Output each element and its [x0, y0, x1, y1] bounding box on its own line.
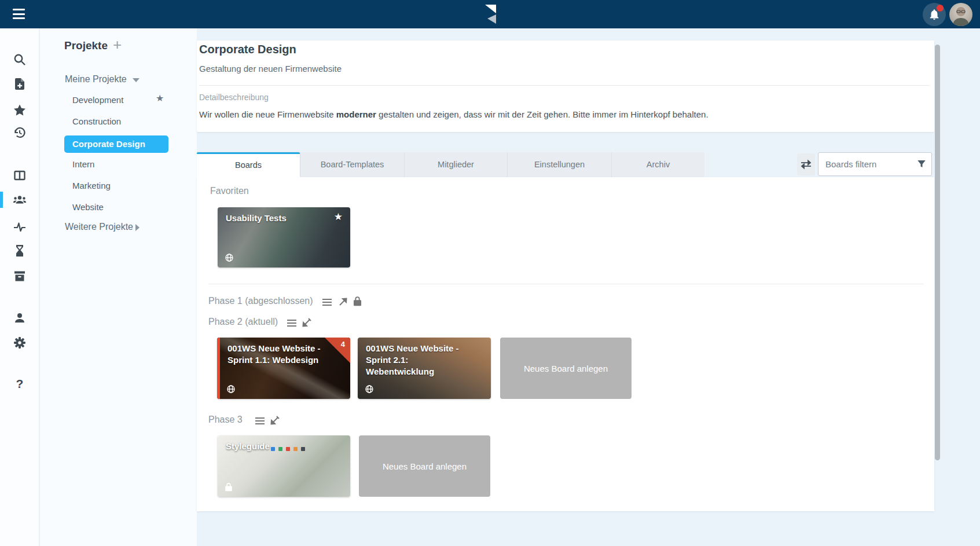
boards-filter-field: [818, 152, 932, 176]
detail-description-label: Detailbeschreibung: [199, 93, 269, 102]
tab-boards[interactable]: Boards: [197, 152, 300, 177]
favorite-star-icon[interactable]: ★: [334, 211, 343, 223]
phase2-collapse-icon[interactable]: [302, 318, 311, 328]
new-board-button-phase3[interactable]: Neues Board anlegen: [359, 435, 490, 497]
public-globe-icon: [226, 384, 236, 394]
rail-active-indicator: [0, 192, 3, 208]
sidebar-item-development[interactable]: Development: [72, 95, 123, 105]
top-bar: [0, 0, 980, 28]
tab-einstellungen[interactable]: Einstellungen: [507, 152, 611, 177]
phase1-lock-icon: [353, 296, 362, 306]
description-part: gestalten und zeigen, dass wir mit der Z…: [376, 109, 709, 119]
section-phase3-label: Phase 3: [208, 415, 243, 425]
section-divider: [208, 284, 924, 284]
sidebar-item-intern[interactable]: Intern: [72, 159, 94, 169]
add-project-button[interactable]: +: [113, 37, 122, 52]
public-globe-icon: [365, 384, 374, 394]
help-icon[interactable]: ?: [13, 377, 27, 391]
sidebar-item-website[interactable]: Website: [72, 202, 104, 212]
tab-archiv[interactable]: Archiv: [611, 152, 704, 177]
tab-board-templates[interactable]: Board-Templates: [300, 152, 404, 177]
phase3-menu-icon[interactable]: [255, 416, 265, 426]
board-card-usability-tests[interactable]: Usability Tests ★: [218, 207, 350, 267]
sidebar-item-label: Corporate Design: [64, 135, 168, 153]
sidebar-item-corporate-design[interactable]: Corporate Design: [64, 135, 168, 153]
section-favoriten-label: Favoriten: [210, 186, 249, 196]
activity-pulse-icon[interactable]: [13, 220, 27, 234]
phase2-menu-icon[interactable]: [287, 318, 297, 328]
chevron-right-icon: [135, 224, 140, 231]
sidebar-heading: Projekte: [64, 39, 108, 52]
profile-icon[interactable]: [13, 311, 27, 325]
card-corner-badge: [325, 338, 350, 363]
settings-gear-icon[interactable]: [13, 336, 27, 350]
phase3-collapse-icon[interactable]: [270, 416, 280, 426]
private-lock-icon: [225, 482, 233, 492]
board-columns-icon[interactable]: [13, 168, 27, 182]
project-favorite-star-icon[interactable]: ★: [156, 93, 164, 104]
section-phase2-label: Phase 2 (aktuell): [208, 317, 278, 327]
filter-settings-button[interactable]: [797, 153, 815, 175]
history-icon[interactable]: [13, 126, 27, 140]
team-members-icon[interactable]: [13, 193, 27, 207]
menu-icon[interactable]: [13, 9, 25, 19]
search-icon[interactable]: [13, 53, 27, 67]
archive-icon[interactable]: [13, 269, 27, 283]
header-divider: [199, 85, 930, 86]
tune-icon: [801, 159, 812, 170]
new-board-label: Neues Board anlegen: [383, 461, 467, 471]
notifications-button[interactable]: [923, 3, 946, 26]
board-card-styleguide[interactable]: Styleguide: [218, 435, 350, 497]
notification-dot: [937, 5, 944, 12]
card-badge-count: 4: [341, 340, 345, 349]
sidebar-group-weitere-projekte[interactable]: Weitere Projekte: [65, 222, 133, 232]
page-subtitle: Gestaltung der neuen Firmenwebsite: [199, 64, 342, 74]
description-bold: moderner: [336, 109, 376, 119]
card-color-stripe: [217, 338, 220, 399]
page-title: Corporate Design: [199, 43, 296, 56]
phase1-expand-icon[interactable]: [338, 297, 348, 307]
phase1-menu-icon[interactable]: [322, 298, 332, 307]
boards-filter-input[interactable]: [818, 152, 932, 176]
new-board-button-phase2[interactable]: Neues Board anlegen: [500, 338, 632, 399]
board-card-title: Usability Tests: [226, 212, 342, 224]
section-phase1-label: Phase 1 (abgeschlossen): [208, 296, 313, 306]
public-globe-icon: [225, 253, 234, 262]
new-board-label: Neues Board anlegen: [524, 364, 608, 373]
board-card-title: 001WS Neue Website - Sprint 2.1: Webentw…: [366, 343, 459, 378]
sidebar-item-marketing[interactable]: Marketing: [72, 181, 111, 190]
note-add-icon[interactable]: [13, 77, 27, 91]
board-card-sprint-1-1[interactable]: 001WS Neue Website - Sprint 1.1: Webdesi…: [217, 338, 350, 399]
hourglass-icon[interactable]: [13, 244, 27, 258]
filter-funnel-icon[interactable]: [916, 159, 927, 169]
description-part: Wir wollen die neue Firmenwebsite: [199, 109, 336, 119]
project-sidebar: [40, 28, 197, 546]
avatar-photo: [949, 3, 972, 26]
user-avatar[interactable]: [949, 3, 972, 26]
board-card-sprint-2-1[interactable]: 001WS Neue Website - Sprint 2.1: Webentw…: [358, 338, 491, 399]
app-logo-icon: [483, 3, 497, 25]
detail-description-text: Wir wollen die neue Firmenwebsite modern…: [199, 109, 709, 119]
sidebar-item-construction[interactable]: Construction: [72, 116, 121, 126]
tab-mitglieder[interactable]: Mitglieder: [404, 152, 507, 177]
favorites-star-icon[interactable]: [13, 103, 27, 117]
vertical-scrollbar[interactable]: [935, 45, 940, 460]
chevron-down-icon: [133, 78, 140, 82]
sidebar-group-meine-projekte[interactable]: Meine Projekte: [65, 74, 127, 85]
board-card-title: Styleguide: [226, 441, 342, 452]
